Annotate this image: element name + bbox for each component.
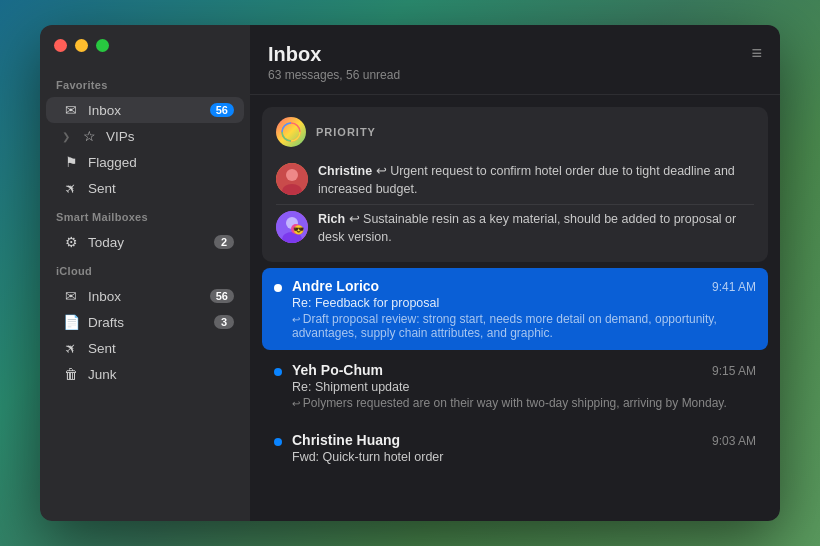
window-maximize-button[interactable] xyxy=(96,39,109,52)
filter-icon[interactable]: ≡ xyxy=(751,43,762,64)
msg-time: 9:41 AM xyxy=(712,280,756,294)
flagged-icon: ⚑ xyxy=(62,154,80,170)
unread-dot xyxy=(274,438,282,446)
msg-subject: Re: Shipment update xyxy=(292,380,756,394)
sidebar-item-label: VIPs xyxy=(106,129,234,144)
today-badge: 2 xyxy=(214,235,234,249)
sidebar-item-today[interactable]: ⚙ Today 2 xyxy=(46,229,244,255)
sidebar-item-label: Junk xyxy=(88,367,234,382)
sent-icon: ✈ xyxy=(59,176,83,200)
junk-icon: 🗑 xyxy=(62,366,80,382)
sidebar: Favorites ✉ Inbox 56 ❯ ☆ VIPs ⚑ Flagged … xyxy=(40,25,250,521)
avatar-rich: 😎 xyxy=(276,211,308,243)
message-list: PRIORITY Christine ↩ Urgent re xyxy=(250,95,780,521)
sidebar-item-label: Sent xyxy=(88,181,234,196)
icloud-inbox-icon: ✉ xyxy=(62,288,80,304)
main-header: Inbox 63 messages, 56 unread ≡ xyxy=(250,25,780,95)
priority-message-2[interactable]: 😎 Rich ↩ Sustainable resin as a key mate… xyxy=(276,204,754,252)
message-content: Andre Lorico 9:41 AM Re: Feedback for pr… xyxy=(292,278,756,340)
sidebar-item-icloud-sent[interactable]: ✈ Sent xyxy=(46,335,244,361)
msg-subject: Fwd: Quick-turn hotel order xyxy=(292,450,756,464)
inbox-badge: 56 xyxy=(210,103,234,117)
sidebar-item-junk[interactable]: 🗑 Junk xyxy=(46,361,244,387)
chevron-icon: ❯ xyxy=(62,131,70,142)
priority-reply-icon: ↩ xyxy=(376,164,390,178)
icloud-sent-icon: ✈ xyxy=(59,336,83,360)
sidebar-item-label: Drafts xyxy=(88,315,206,330)
mailbox-subtitle: 63 messages, 56 unread xyxy=(268,68,400,82)
priority-message-1[interactable]: Christine ↩ Urgent request to confirm ho… xyxy=(276,157,754,204)
sidebar-item-label: Flagged xyxy=(88,155,234,170)
priority-reply-icon-2: ↩ xyxy=(349,212,363,226)
drafts-badge: 3 xyxy=(214,315,234,329)
message-row-christine[interactable]: Christine Huang 9:03 AM Fwd: Quick-turn … xyxy=(262,422,768,474)
msg-sender: Christine Huang xyxy=(292,432,400,448)
svg-text:😎: 😎 xyxy=(293,224,305,236)
window-close-button[interactable] xyxy=(54,39,67,52)
smart-mailboxes-section-label: Smart Mailboxes xyxy=(40,201,250,229)
message-content: Yeh Po-Chum 9:15 AM Re: Shipment update … xyxy=(292,362,756,410)
unread-dot xyxy=(274,284,282,292)
msg-sender: Andre Lorico xyxy=(292,278,379,294)
favorites-section-label: Favorites xyxy=(40,69,250,97)
priority-msg-text-1: Christine ↩ Urgent request to confirm ho… xyxy=(318,163,754,198)
priority-sender-2: Rich xyxy=(318,212,345,226)
priority-label: PRIORITY xyxy=(316,126,376,138)
msg-time: 9:15 AM xyxy=(712,364,756,378)
msg-subject: Re: Feedback for proposal xyxy=(292,296,756,310)
reply-icon: ↩ xyxy=(292,398,303,409)
sidebar-item-label: Today xyxy=(88,235,206,250)
sidebar-item-inbox[interactable]: ✉ Inbox 56 xyxy=(46,97,244,123)
sidebar-item-label: Sent xyxy=(88,341,234,356)
reply-icon: ↩ xyxy=(292,314,303,325)
sidebar-item-flagged[interactable]: ⚑ Flagged xyxy=(46,149,244,175)
message-content: Christine Huang 9:03 AM Fwd: Quick-turn … xyxy=(292,432,756,464)
icloud-section-label: iCloud xyxy=(40,255,250,283)
avatar-christine xyxy=(276,163,308,195)
message-row-yeh[interactable]: Yeh Po-Chum 9:15 AM Re: Shipment update … xyxy=(262,352,768,420)
today-icon: ⚙ xyxy=(62,234,80,250)
drafts-icon: 📄 xyxy=(62,314,80,330)
sidebar-item-drafts[interactable]: 📄 Drafts 3 xyxy=(46,309,244,335)
inbox-icon: ✉ xyxy=(62,102,80,118)
message-row-andre[interactable]: Andre Lorico 9:41 AM Re: Feedback for pr… xyxy=(262,268,768,350)
sidebar-item-label: Inbox xyxy=(88,289,202,304)
sidebar-item-sent[interactable]: ✈ Sent xyxy=(46,175,244,201)
unread-dot xyxy=(274,368,282,376)
priority-sender-1: Christine xyxy=(318,164,372,178)
sidebar-item-label: Inbox xyxy=(88,103,202,118)
priority-msg-text-2: Rich ↩ Sustainable resin as a key materi… xyxy=(318,211,754,246)
priority-header: PRIORITY xyxy=(276,117,754,147)
msg-preview: ↩ Polymers requested are on their way wi… xyxy=(292,396,756,410)
icloud-inbox-badge: 56 xyxy=(210,289,234,303)
mailbox-title: Inbox xyxy=(268,43,400,66)
window-minimize-button[interactable] xyxy=(75,39,88,52)
msg-preview: ↩ Draft proposal review: strong start, n… xyxy=(292,312,756,340)
msg-sender: Yeh Po-Chum xyxy=(292,362,383,378)
priority-icon xyxy=(276,117,306,147)
svg-point-5 xyxy=(286,169,298,181)
sidebar-item-icloud-inbox[interactable]: ✉ Inbox 56 xyxy=(46,283,244,309)
priority-card: PRIORITY Christine ↩ Urgent re xyxy=(262,107,768,262)
main-panel: Inbox 63 messages, 56 unread ≡ xyxy=(250,25,780,521)
priority-preview-2: Sustainable resin as a key material, sho… xyxy=(318,212,736,244)
vips-icon: ☆ xyxy=(80,128,98,144)
sidebar-item-vips[interactable]: ❯ ☆ VIPs xyxy=(46,123,244,149)
msg-time: 9:03 AM xyxy=(712,434,756,448)
